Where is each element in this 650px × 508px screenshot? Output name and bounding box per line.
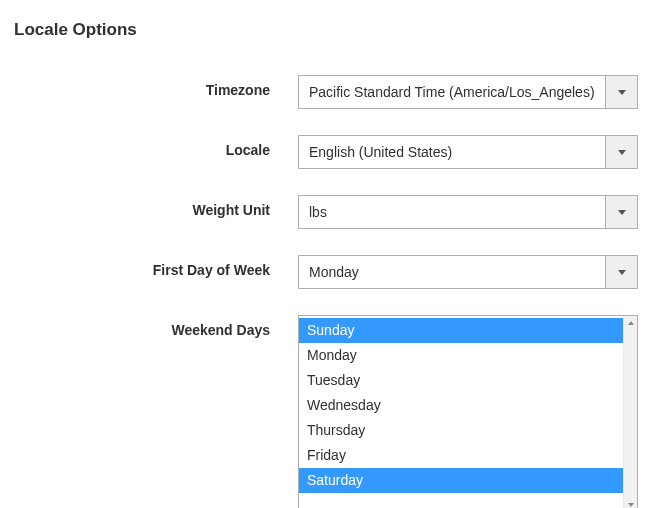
timezone-value: Pacific Standard Time (America/Los_Angel… — [299, 76, 605, 108]
chevron-down-icon — [605, 136, 637, 168]
list-item[interactable]: Saturday — [299, 468, 623, 493]
chevron-down-icon — [605, 76, 637, 108]
first-day-select[interactable]: Monday — [298, 255, 638, 289]
weekend-days-row: Weekend Days SundayMondayTuesdayWednesda… — [10, 315, 640, 508]
locale-row: Locale English (United States) — [10, 135, 640, 169]
section-title: Locale Options — [10, 20, 640, 40]
list-item[interactable]: Sunday — [299, 318, 623, 343]
first-day-row: First Day of Week Monday — [10, 255, 640, 289]
locale-options-form: Timezone Pacific Standard Time (America/… — [10, 75, 640, 508]
weekend-days-multiselect[interactable]: SundayMondayTuesdayWednesdayThursdayFrid… — [298, 315, 638, 508]
chevron-down-icon — [605, 196, 637, 228]
timezone-select[interactable]: Pacific Standard Time (America/Los_Angel… — [298, 75, 638, 109]
weight-unit-label: Weight Unit — [10, 195, 298, 218]
locale-select[interactable]: English (United States) — [298, 135, 638, 169]
scroll-down-icon — [624, 498, 637, 508]
locale-value: English (United States) — [299, 136, 605, 168]
weight-unit-value: lbs — [299, 196, 605, 228]
weight-unit-select[interactable]: lbs — [298, 195, 638, 229]
scroll-up-icon — [624, 316, 637, 330]
locale-label: Locale — [10, 135, 298, 158]
weekend-days-list: SundayMondayTuesdayWednesdayThursdayFrid… — [299, 316, 623, 508]
scrollbar[interactable] — [623, 316, 637, 508]
list-item[interactable]: Monday — [299, 343, 623, 368]
list-item[interactable]: Thursday — [299, 418, 623, 443]
chevron-down-icon — [605, 256, 637, 288]
weekend-days-label: Weekend Days — [10, 315, 298, 338]
timezone-row: Timezone Pacific Standard Time (America/… — [10, 75, 640, 109]
list-item[interactable]: Wednesday — [299, 393, 623, 418]
list-item[interactable]: Friday — [299, 443, 623, 468]
weight-unit-row: Weight Unit lbs — [10, 195, 640, 229]
first-day-label: First Day of Week — [10, 255, 298, 278]
first-day-value: Monday — [299, 256, 605, 288]
timezone-label: Timezone — [10, 75, 298, 98]
list-item[interactable]: Tuesday — [299, 368, 623, 393]
